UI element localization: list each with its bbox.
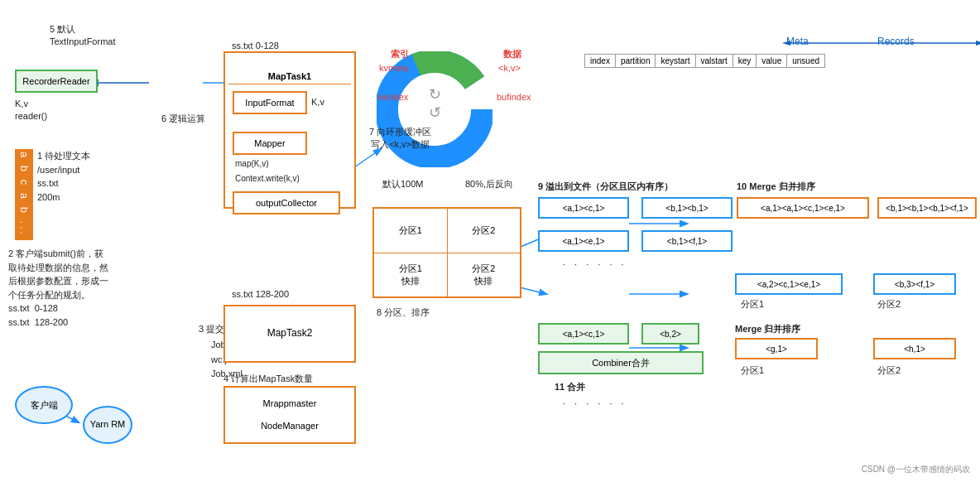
spill-label: 9 溢出到文件（分区且区内有序） [538, 181, 673, 193]
svg-text:↺: ↺ [429, 104, 441, 121]
logic-ops-label: 6 逻辑运算 [161, 113, 205, 125]
records-label: Records [877, 35, 915, 49]
a1c1-2-box: <a,1><c,1> [538, 323, 629, 345]
maptask2-box: MapTask2 [223, 305, 356, 363]
mapper-box: Mapper [233, 132, 307, 155]
recorderreader-box: RecorderReader [15, 70, 98, 93]
data-label: 数据 [503, 48, 521, 60]
kvindex-label: kvindex [377, 91, 408, 104]
col-keystart: keystart [656, 55, 695, 68]
default-100m-label: 默认100M [382, 178, 424, 190]
partition-grid: 分区1 分区2 分区1 快排 分区2 快排 [372, 207, 521, 298]
b2-box: <b,2> [641, 323, 699, 345]
b1f1-box: <b,1><f,1> [641, 230, 733, 252]
merge-sort-label: 10 Merge 归并排序 [737, 181, 815, 193]
kv-reader-label: K,v reader() [15, 98, 47, 123]
merge-label2: 11 合并 [555, 381, 585, 393]
col-key: key [733, 55, 757, 68]
merge-sort-label2: Merge 归并排序 [735, 323, 800, 335]
write-ring-label: 7 向环形缓冲区 写入<k,v>数据 [369, 126, 431, 152]
partition2-final-label: 分区2 [877, 298, 901, 311]
svg-text:↻: ↻ [429, 86, 441, 103]
yarn-rm-box: Yarn RM [83, 406, 132, 444]
maptask1-label: MapTask1 [228, 70, 351, 84]
merged-left-box: <a,1><a,1><c,1><e,1> [737, 197, 869, 219]
orange-bar: a b c a b ... [15, 149, 33, 240]
sstxt-128-label: ss.txt 128-200 [232, 288, 289, 301]
col-index: index [585, 55, 616, 68]
maptask1-box: MapTask1 InputFormat K,v Mapper map(K,v)… [223, 51, 356, 209]
partition1-sort-label: 分区1 快排 [374, 253, 448, 297]
h1-box: <h,1> [873, 338, 956, 359]
combiner-box: Combiner合并 [538, 351, 704, 374]
g1-box: <g,1> [735, 338, 818, 359]
a1e1-box: <a,1><e,1> [538, 230, 629, 252]
a1c1-box: <a,1><c,1> [538, 197, 629, 219]
meta-records-table: index partition keystart valstart key va… [584, 54, 825, 68]
watermark: CSDN @一位木带感情的码农 [862, 464, 970, 475]
a2c1e1-box: <a,2><c,1><e,1> [735, 273, 843, 295]
col-partition: partition [615, 55, 656, 68]
dots1: · · · · · · [563, 258, 627, 271]
b3f1-box: <b,3><f,1> [873, 273, 956, 295]
client-box: 客户端 [15, 386, 73, 424]
kv-data-label: <k,v> [498, 62, 521, 75]
dots2: · · · · · · [563, 398, 627, 410]
nodemanager-label: NodeManager [230, 420, 349, 431]
partition1-final-label: 分区1 [741, 298, 764, 311]
partition2-label: 分区2 [448, 209, 521, 253]
mrappmaster-label: Mrappmaster [230, 398, 349, 409]
partition2-sort-label: 分区2 快排 [448, 253, 521, 297]
col-unsued: unsued [787, 55, 825, 68]
map-kv-label: map(K,v) [235, 158, 269, 170]
default-textinputformat-label: 5 默认 TextInputFormat [50, 23, 115, 49]
kvmeta-label: kvmeta [379, 62, 408, 75]
bufindex-label: bufindex [497, 91, 531, 104]
inputformat-box: InputFormat [233, 91, 307, 114]
partition1-bottom-label: 分区1 [741, 364, 764, 377]
partition2-bottom-label: 分区2 [877, 364, 901, 377]
pending-text-label: 1 待处理文本 /user/input ss.txt 200m [37, 149, 90, 204]
outputcollector-box: outputCollector [233, 191, 340, 214]
percent-80-label: 80%,后反向 [465, 178, 513, 190]
partition1-label: 分区1 [374, 209, 448, 253]
kv-output-label: K,v [311, 96, 324, 108]
index-label: 索引 [391, 48, 409, 60]
client-submit-label: 2 客户端submit()前，获 取待处理数据的信息，然 后根据参数配置，形成一… [8, 247, 207, 329]
merged-right-box: <b,1><b,1><b,1><f,1> [877, 197, 977, 219]
meta-label: Meta [786, 35, 809, 49]
col-valstart: valstart [695, 55, 733, 68]
context-write-label: Context.write(k,v) [235, 173, 300, 185]
col-value: value [757, 55, 787, 68]
svg-marker-12 [976, 41, 980, 46]
calc-maptask-label: 4 计算出MapTask数量 [223, 373, 313, 385]
sort-label: 8 分区、排序 [377, 306, 430, 319]
mrapp-box: Mrappmaster NodeManager [223, 386, 356, 444]
b1b1-box: <b,1><b,1> [641, 197, 733, 219]
